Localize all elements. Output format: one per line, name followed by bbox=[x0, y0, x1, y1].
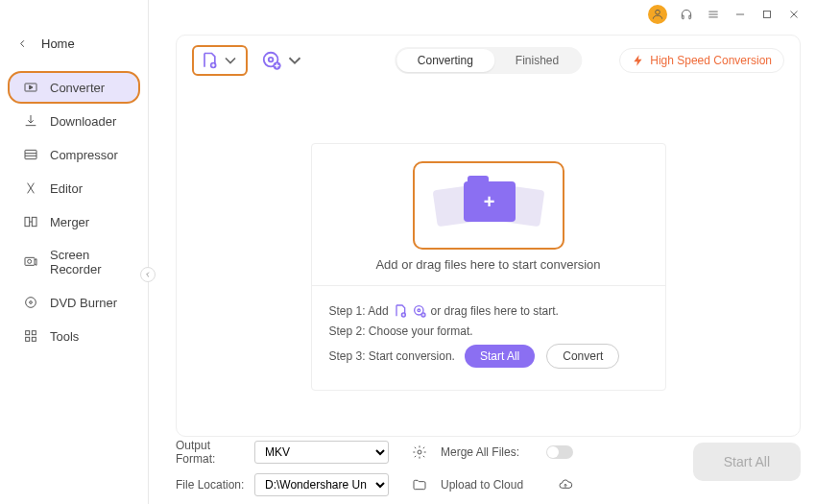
sidebar-item-dvd-burner[interactable]: DVD Burner bbox=[8, 286, 140, 319]
merger-icon bbox=[23, 214, 38, 229]
file-location-label: File Location: bbox=[176, 478, 245, 492]
sidebar-item-downloader[interactable]: Downloader bbox=[8, 105, 140, 137]
open-folder-icon[interactable] bbox=[408, 477, 431, 492]
svg-point-28 bbox=[269, 58, 274, 62]
close-button[interactable] bbox=[786, 7, 802, 22]
minimize-button[interactable] bbox=[732, 7, 748, 22]
tab-converting[interactable]: Converting bbox=[396, 49, 494, 72]
headset-icon[interactable] bbox=[679, 7, 694, 22]
sidebar-item-editor[interactable]: Editor bbox=[8, 172, 140, 204]
sidebar-item-converter[interactable]: Converter bbox=[8, 71, 140, 104]
svg-point-18 bbox=[26, 298, 36, 308]
sidebar-item-merger[interactable]: Merger bbox=[8, 205, 140, 238]
home-nav[interactable]: Home bbox=[0, 29, 148, 59]
output-format-select[interactable]: MKV bbox=[254, 441, 389, 464]
svg-point-17 bbox=[28, 259, 32, 263]
high-speed-label: High Speed Conversion bbox=[650, 54, 772, 67]
svg-rect-5 bbox=[764, 12, 771, 18]
step-1: Step 1: Add or drag files here to start. bbox=[329, 303, 648, 319]
svg-point-36 bbox=[418, 309, 420, 312]
sidebar-item-label: Compressor bbox=[50, 148, 118, 162]
sidebar: Home Converter Downloader Compressor Edi… bbox=[0, 0, 149, 504]
convert-button[interactable]: Convert bbox=[546, 344, 619, 369]
sidebar-item-compressor[interactable]: Compressor bbox=[8, 138, 140, 171]
svg-rect-13 bbox=[25, 217, 30, 226]
converter-icon bbox=[23, 80, 38, 95]
add-dvd-icon bbox=[261, 50, 282, 71]
add-dvd-icon bbox=[412, 303, 427, 319]
home-label: Home bbox=[41, 36, 75, 51]
chevron-left-icon bbox=[17, 38, 28, 49]
sidebar-item-label: Converter bbox=[50, 81, 105, 95]
tab-group: Converting Finished bbox=[395, 47, 582, 74]
merge-toggle[interactable] bbox=[546, 445, 573, 459]
svg-marker-9 bbox=[30, 85, 33, 89]
svg-rect-20 bbox=[26, 331, 30, 335]
output-format-label: Output Format: bbox=[176, 439, 245, 466]
svg-rect-16 bbox=[25, 257, 35, 265]
svg-rect-14 bbox=[32, 217, 36, 226]
high-speed-conversion-button[interactable]: High Speed Conversion bbox=[619, 48, 784, 73]
compressor-icon bbox=[23, 147, 38, 162]
svg-rect-22 bbox=[26, 337, 30, 341]
drop-target[interactable]: + bbox=[413, 161, 564, 250]
svg-rect-21 bbox=[32, 331, 36, 335]
svg-rect-23 bbox=[32, 337, 36, 341]
avatar[interactable] bbox=[648, 5, 667, 24]
menu-icon[interactable] bbox=[706, 7, 721, 22]
dropzone: + Add or drag files here to start conver… bbox=[311, 143, 666, 391]
cloud-upload-icon[interactable] bbox=[546, 477, 585, 492]
add-dvd-button[interactable] bbox=[257, 46, 309, 75]
add-file-icon bbox=[393, 303, 408, 319]
tools-icon bbox=[23, 328, 38, 344]
svg-rect-10 bbox=[25, 150, 36, 158]
start-all-main-button[interactable]: Start All bbox=[693, 443, 801, 481]
step-2: Step 2: Choose your format. bbox=[329, 324, 648, 338]
add-files-button[interactable] bbox=[192, 45, 248, 76]
svg-point-40 bbox=[418, 450, 421, 454]
sidebar-item-label: Screen Recorder bbox=[50, 248, 125, 276]
folder-add-icon: + bbox=[431, 172, 546, 239]
chevron-down-icon bbox=[284, 50, 305, 71]
upload-label: Upload to Cloud bbox=[441, 478, 537, 492]
merge-label: Merge All Files: bbox=[441, 445, 537, 459]
screen-recorder-icon bbox=[23, 254, 38, 270]
sidebar-item-tools[interactable]: Tools bbox=[8, 320, 140, 352]
lightning-icon bbox=[632, 54, 645, 67]
tab-finished[interactable]: Finished bbox=[494, 49, 580, 72]
chevron-down-icon bbox=[221, 51, 240, 70]
editor-icon bbox=[23, 180, 38, 196]
settings-icon[interactable] bbox=[408, 444, 431, 460]
dropzone-text: Add or drag files here to start conversi… bbox=[329, 257, 648, 272]
svg-point-19 bbox=[30, 301, 33, 304]
sidebar-item-label: Editor bbox=[50, 181, 83, 196]
add-file-icon bbox=[200, 51, 219, 70]
downloader-icon bbox=[23, 113, 38, 129]
dvd-burner-icon bbox=[23, 295, 38, 310]
sidebar-item-label: DVD Burner bbox=[50, 296, 117, 310]
step-3: Step 3: Start conversion. Start All Conv… bbox=[329, 344, 648, 369]
sidebar-item-label: Downloader bbox=[50, 114, 116, 129]
start-all-button[interactable]: Start All bbox=[465, 345, 535, 368]
file-location-select[interactable]: D:\Wondershare UniConverter 1 bbox=[254, 473, 389, 496]
maximize-button[interactable] bbox=[759, 7, 775, 22]
sidebar-item-label: Tools bbox=[50, 329, 79, 344]
svg-point-0 bbox=[656, 10, 660, 14]
sidebar-item-screen-recorder[interactable]: Screen Recorder bbox=[8, 239, 140, 285]
sidebar-item-label: Merger bbox=[50, 215, 89, 229]
